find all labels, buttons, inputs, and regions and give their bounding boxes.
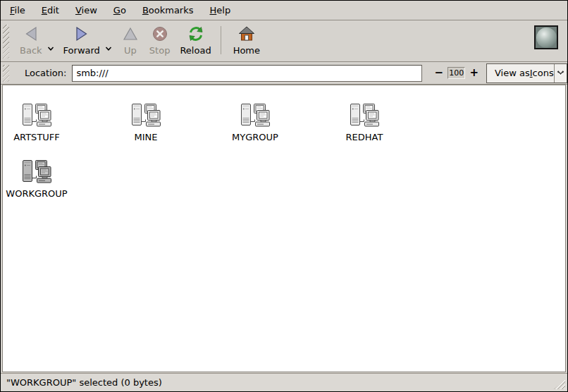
item-label: WORKGROUP	[3, 189, 70, 199]
throbber-orb	[536, 27, 557, 48]
status-text: "WORKGROUP" selected (0 bytes)	[6, 377, 162, 388]
item-label: MYGROUP	[221, 133, 289, 142]
status-bar: "WORKGROUP" selected (0 bytes)	[1, 373, 567, 391]
home-label: Home	[233, 45, 260, 56]
workgroup-item-mine[interactable]: MINE	[112, 102, 180, 142]
file-manager-window: File Edit View Go Bookmarks Help Back Fo…	[0, 0, 568, 392]
toolbar-drag-handle[interactable]	[3, 25, 9, 59]
up-button[interactable]: Up	[116, 24, 144, 56]
forward-label: Forward	[63, 45, 100, 56]
workgroup-item-workgroup[interactable]: WORKGROUP	[3, 159, 70, 199]
menu-bar: File Edit View Go Bookmarks Help	[1, 1, 567, 20]
folder-view[interactable]: ARTSTUFF MINE MYGROUP REDHAT WORKGROUP	[2, 85, 566, 372]
forward-arrow-icon	[73, 25, 91, 43]
location-input[interactable]	[72, 65, 421, 82]
back-arrow-icon	[22, 25, 40, 43]
stop-icon	[151, 25, 169, 43]
menu-view[interactable]: View	[75, 4, 98, 17]
forward-button[interactable]: Forward	[58, 24, 105, 56]
network-workgroup-icon	[130, 102, 162, 129]
zoom-out-button[interactable]: −	[433, 68, 446, 78]
location-bar: Location: − 100 + View as Icons	[1, 62, 567, 84]
menu-help[interactable]: Help	[209, 4, 232, 17]
stop-button[interactable]: Stop	[144, 24, 175, 56]
dropdown-arrow-icon	[554, 64, 567, 82]
workgroup-item-artstuff[interactable]: ARTSTUFF	[3, 102, 70, 142]
network-workgroup-icon	[20, 159, 53, 185]
menu-file[interactable]: File	[9, 4, 26, 17]
zoom-level-indicator[interactable]: 100	[447, 67, 465, 79]
view-mode-dropdown[interactable]: View as Icons	[486, 63, 567, 83]
item-label: REDHAT	[331, 133, 398, 142]
reload-icon	[187, 25, 205, 43]
network-workgroup-icon	[20, 102, 53, 129]
back-history-chevron-icon[interactable]	[47, 43, 54, 54]
menu-bookmarks[interactable]: Bookmarks	[142, 4, 195, 17]
network-workgroup-icon	[348, 102, 381, 129]
zoom-in-button[interactable]: +	[467, 68, 481, 78]
forward-history-chevron-icon[interactable]	[105, 43, 112, 54]
home-icon	[237, 25, 256, 43]
item-label: ARTSTUFF	[3, 133, 70, 142]
back-label: Back	[20, 45, 42, 56]
menu-go[interactable]: Go	[113, 4, 127, 17]
up-arrow-icon	[121, 25, 140, 43]
item-label: MINE	[112, 133, 180, 142]
view-mode-label: View as Icons	[487, 64, 554, 82]
throbber-icon	[534, 25, 558, 49]
home-button[interactable]: Home	[228, 24, 265, 56]
workgroup-item-redhat[interactable]: REDHAT	[331, 102, 398, 142]
back-button[interactable]: Back	[15, 24, 47, 56]
workgroup-item-mygroup[interactable]: MYGROUP	[221, 102, 289, 142]
location-bar-drag-handle[interactable]	[3, 65, 9, 82]
network-workgroup-icon	[239, 102, 271, 129]
reload-button[interactable]: Reload	[175, 24, 216, 56]
toolbar-separator	[221, 26, 221, 54]
stop-label: Stop	[149, 45, 171, 56]
toolbar: Back Forward Up Stop	[1, 20, 567, 61]
reload-label: Reload	[180, 45, 211, 56]
resize-grip[interactable]	[554, 379, 565, 389]
up-label: Up	[124, 45, 137, 56]
menu-edit[interactable]: Edit	[41, 4, 60, 17]
location-label: Location:	[25, 68, 66, 78]
